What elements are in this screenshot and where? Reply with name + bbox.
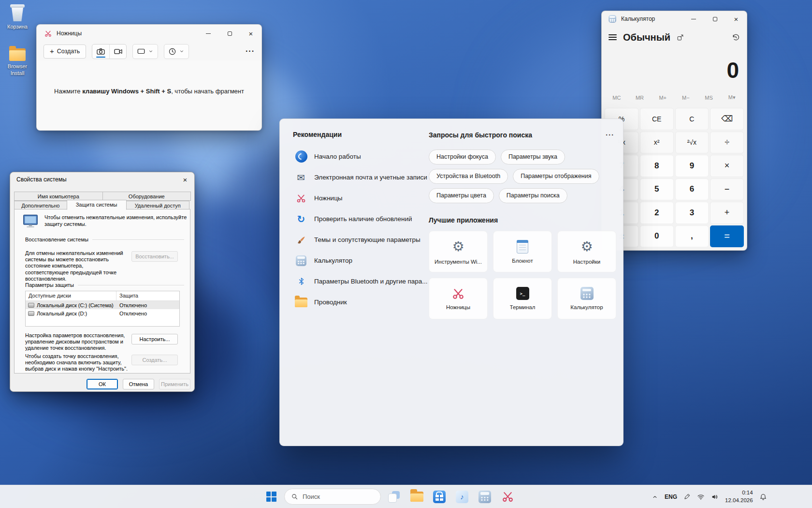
pill-search-settings[interactable]: Параметры поиска: [499, 188, 567, 203]
hidden-icons-chevron[interactable]: [652, 493, 658, 500]
table-row-disk-d[interactable]: Локальный диск (D:) Отключено: [26, 309, 179, 317]
key-6[interactable]: 6: [675, 179, 709, 201]
pill-display-settings[interactable]: Параметры отображения: [513, 169, 599, 184]
search-input[interactable]: [303, 493, 365, 500]
tile-windows-tools[interactable]: Инструменты Wi...: [429, 231, 488, 272]
more-options-button[interactable]: [246, 47, 255, 56]
minimize-button[interactable]: [683, 11, 704, 27]
pill-color-settings[interactable]: Параметры цвета: [429, 188, 494, 203]
minimize-icon: [206, 33, 211, 34]
snip-delay-dropdown[interactable]: [164, 44, 189, 59]
key-clear-entry[interactable]: CE: [640, 108, 674, 130]
apply-button: Применить: [159, 379, 190, 389]
pill-sound-settings[interactable]: Параметры звука: [501, 149, 565, 164]
list-item-check-updates[interactable]: Проверить наличие обновлений: [293, 209, 431, 229]
calculator-button[interactable]: [475, 487, 494, 507]
close-button[interactable]: ×: [240, 25, 261, 42]
calculator-titlebar[interactable]: Калькулятор ×: [602, 11, 747, 27]
system-properties-window: Свойства системы Имя компьютера Оборудов…: [10, 172, 195, 392]
list-item-themes[interactable]: Темы и сопутствующие параметры: [293, 229, 431, 250]
key-3[interactable]: 3: [675, 202, 709, 224]
file-explorer-button[interactable]: [407, 487, 426, 507]
key-9[interactable]: 9: [675, 155, 709, 177]
memory-store-button[interactable]: MS: [697, 92, 721, 103]
key-5[interactable]: 5: [640, 179, 674, 201]
list-item-file-explorer[interactable]: Проводник: [293, 292, 431, 313]
key-0[interactable]: 0: [640, 225, 674, 248]
pen-workspace-button[interactable]: [683, 493, 691, 500]
configure-button[interactable]: Настроить...: [131, 334, 178, 344]
memory-subtract-button[interactable]: M−: [674, 92, 697, 103]
key-equals[interactable]: =: [710, 225, 744, 248]
pill-devices-bluetooth[interactable]: Устройства и Bluetooth: [429, 169, 508, 184]
key-8[interactable]: 8: [640, 155, 674, 177]
key-2[interactable]: 2: [640, 202, 674, 224]
microsoft-store-button[interactable]: [430, 487, 449, 507]
key-add[interactable]: +: [710, 202, 744, 224]
system-properties-titlebar[interactable]: Свойства системы: [10, 172, 194, 187]
list-item-email-accounts[interactable]: Электронная почта и учетные записи: [293, 167, 431, 188]
table-row-disk-c[interactable]: Локальный диск (C:) (Система) Отключено: [26, 301, 179, 309]
volume-icon: [711, 493, 719, 501]
snipping-tool-button[interactable]: [498, 487, 517, 507]
history-button[interactable]: [732, 33, 740, 42]
key-square[interactable]: x²: [640, 132, 674, 154]
media-player-button[interactable]: [452, 487, 472, 507]
taskbar-search-box[interactable]: [284, 489, 381, 505]
maximize-button[interactable]: [704, 11, 725, 27]
pill-focus-settings[interactable]: Настройки фокуса: [429, 149, 496, 164]
quick-searches-section: Запросы для быстрого поиска ··· Настройк…: [429, 131, 614, 319]
close-button[interactable]: ×: [725, 11, 747, 27]
tab-system-protection[interactable]: Защита системы: [67, 200, 127, 210]
key-square-root[interactable]: ²√x: [675, 132, 709, 154]
minimize-button[interactable]: [198, 25, 219, 42]
calculator-nav: Обычный: [602, 27, 747, 46]
desktop-icon-recycle-bin[interactable]: Корзина: [1, 4, 34, 30]
system-protection-panel: Чтобы отменить нежелательные изменения, …: [14, 209, 190, 374]
clock-and-date[interactable]: 0:14 12.04.2026: [725, 489, 753, 504]
restore-description-text: Для отмены нежелательных изменений систе…: [25, 250, 128, 282]
column-header-protection: Защита: [116, 291, 141, 300]
close-button[interactable]: [176, 172, 194, 187]
plus-icon: [50, 47, 54, 55]
folder-icon: [9, 48, 26, 61]
desktop-icon-browser-install[interactable]: Browser Install: [1, 48, 34, 77]
key-multiply[interactable]: ×: [710, 155, 744, 177]
quick-searches-more-button[interactable]: ···: [606, 131, 614, 139]
keep-on-top-button[interactable]: [677, 34, 684, 41]
volume-button[interactable]: [711, 493, 719, 501]
list-item-snipping-tool[interactable]: Ножницы: [293, 188, 431, 209]
tile-terminal[interactable]: Терминал: [493, 278, 552, 319]
notifications-button[interactable]: [759, 493, 767, 501]
key-subtract[interactable]: −: [710, 179, 744, 201]
key-divide[interactable]: ÷: [710, 132, 744, 154]
start-button[interactable]: [261, 487, 281, 507]
ok-button[interactable]: ОК: [87, 379, 118, 389]
list-item-get-started[interactable]: Начало работы: [293, 146, 431, 167]
network-button[interactable]: [697, 493, 705, 501]
menu-hamburger-button[interactable]: [609, 34, 617, 40]
snipping-tool-icon: [452, 287, 464, 300]
memory-add-button[interactable]: M+: [651, 92, 674, 103]
screenshot-mode-button[interactable]: [92, 45, 109, 59]
tile-snipping-tool[interactable]: Ножницы: [429, 278, 488, 319]
new-snip-button[interactable]: Создать: [44, 45, 86, 59]
list-item-bluetooth-settings[interactable]: Параметры Bluetooth и другие пара...: [293, 271, 431, 292]
key-decimal[interactable]: ,: [675, 225, 709, 248]
snipping-titlebar[interactable]: Ножницы ×: [37, 25, 261, 42]
tile-notepad[interactable]: Блокнот: [493, 231, 552, 272]
maximize-button[interactable]: [219, 25, 240, 42]
cancel-button[interactable]: Отмена: [123, 379, 154, 389]
list-item-calculator[interactable]: Калькулятор: [293, 250, 431, 271]
key-clear[interactable]: C: [675, 108, 709, 130]
video-mode-button[interactable]: [109, 45, 126, 59]
key-backspace[interactable]: ⌫: [710, 108, 744, 130]
memory-flyout-button[interactable]: M▾: [720, 92, 743, 103]
snip-shape-dropdown[interactable]: [132, 44, 158, 59]
restore-button: Восстановить...: [131, 251, 178, 262]
tile-settings[interactable]: Настройки: [557, 231, 616, 272]
language-indicator[interactable]: ENG: [665, 493, 677, 500]
task-view-button[interactable]: [384, 487, 404, 507]
desktop-icon-label: Корзина: [7, 24, 28, 30]
tile-calculator[interactable]: Калькулятор: [557, 278, 616, 319]
